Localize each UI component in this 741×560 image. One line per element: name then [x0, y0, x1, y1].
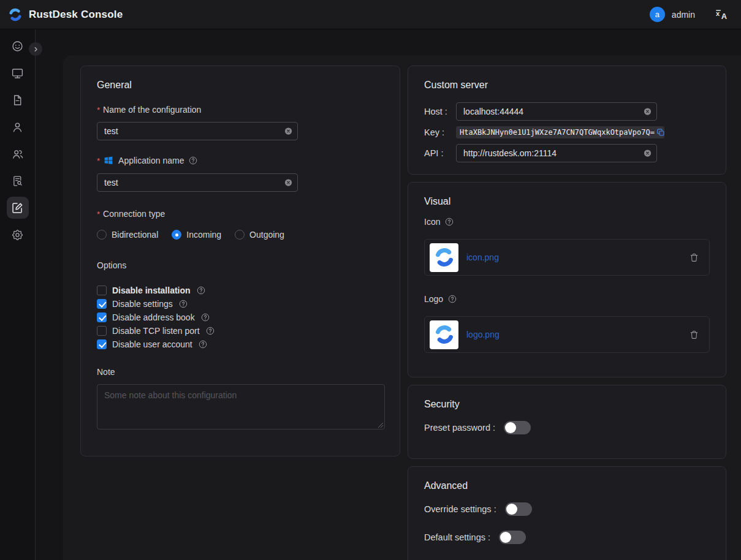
- app-name-label: Application name: [97, 155, 384, 166]
- note-textarea[interactable]: [97, 384, 385, 429]
- help-icon[interactable]: [200, 312, 210, 322]
- delete-logo-button[interactable]: [689, 330, 699, 340]
- clear-host-button[interactable]: [643, 107, 652, 116]
- avatar[interactable]: a: [650, 7, 665, 22]
- sidebar-item-document-search[interactable]: [7, 170, 29, 192]
- checkbox-box: [97, 312, 107, 322]
- clear-icon: [643, 107, 652, 116]
- help-icon[interactable]: [198, 339, 208, 349]
- help-icon[interactable]: [178, 299, 188, 309]
- key-value: HtaXBkJNHyn0e1U1jWXze7A7CN7QTGWqxkOtpaVp…: [460, 128, 655, 137]
- clear-icon: [284, 127, 293, 136]
- advanced-title: Advanced: [424, 480, 710, 491]
- checkbox-disable-user-account[interactable]: Disable user account: [97, 338, 384, 351]
- advanced-panel: Advanced Override settings : Default set…: [408, 466, 726, 560]
- config-name-field: [97, 122, 298, 140]
- clear-app-name-button[interactable]: [284, 178, 293, 187]
- connection-type-group: Bidirectional Incoming Outgoing: [97, 230, 384, 240]
- edit-icon: [11, 202, 24, 214]
- checkbox-box: [97, 339, 107, 349]
- sidebar-item-monitor[interactable]: [7, 62, 29, 84]
- content-card: General Name of the configuration: [63, 55, 741, 560]
- sidebar-item-document[interactable]: [7, 89, 29, 111]
- note-label: Note: [97, 367, 384, 377]
- smiley-icon: [11, 40, 24, 53]
- host-input[interactable]: [456, 102, 657, 121]
- radio-bidirectional[interactable]: Bidirectional: [97, 230, 158, 240]
- checkbox-box: [97, 286, 107, 295]
- help-icon[interactable]: [447, 294, 457, 304]
- icon-label: Icon: [424, 217, 710, 227]
- rustdesk-logo-icon: [433, 323, 456, 346]
- sidebar-expand-button[interactable]: [29, 42, 42, 56]
- api-label: API :: [424, 148, 456, 158]
- document-icon: [11, 94, 24, 107]
- host-field: [456, 102, 657, 121]
- logo-thumbnail: [430, 320, 458, 349]
- help-icon[interactable]: [205, 326, 215, 336]
- radio-incoming[interactable]: Incoming: [172, 230, 221, 240]
- users-group-icon: [11, 148, 24, 161]
- custom-server-title: Custom server: [424, 80, 710, 91]
- main-content: General Name of the configuration: [36, 29, 741, 560]
- security-title: Security: [424, 399, 710, 410]
- delete-icon-button[interactable]: [689, 252, 699, 263]
- icon-upload-row: icon.png: [424, 239, 710, 276]
- help-icon[interactable]: [188, 156, 198, 165]
- config-name-input[interactable]: [97, 122, 298, 140]
- checkbox-box: [97, 299, 107, 309]
- options-label: Options: [97, 260, 384, 270]
- user-icon: [11, 121, 24, 134]
- checkbox-disable-address-book[interactable]: Disable address book: [97, 311, 384, 324]
- translate-icon[interactable]: [715, 8, 729, 21]
- checkbox-box: [97, 326, 107, 336]
- radio-dot: [235, 230, 245, 240]
- api-input[interactable]: [456, 144, 657, 162]
- checkbox-disable-installation[interactable]: Disable installation: [97, 284, 384, 297]
- default-settings-toggle[interactable]: [499, 531, 526, 544]
- checkbox-disable-settings[interactable]: Disable settings: [97, 297, 384, 311]
- document-search-icon: [11, 175, 24, 187]
- clear-config-name-button[interactable]: [284, 127, 293, 136]
- logo-file-link[interactable]: logo.png: [466, 330, 500, 339]
- sidebar-item-user[interactable]: [7, 116, 29, 138]
- monitor-icon: [11, 67, 24, 80]
- default-settings-label: Default settings :: [424, 532, 490, 542]
- trash-icon: [689, 252, 699, 263]
- options-list: Disable installation Disable settings Di…: [97, 284, 384, 351]
- trash-icon: [689, 330, 699, 340]
- sidebar-item-users-group[interactable]: [7, 143, 29, 165]
- config-name-label: Name of the configuration: [97, 105, 384, 115]
- visual-title: Visual: [424, 196, 710, 207]
- preset-password-toggle[interactable]: [504, 421, 531, 434]
- sidebar-item-edit[interactable]: [7, 197, 29, 219]
- settings-gear-icon: [11, 229, 24, 241]
- radio-outgoing[interactable]: Outgoing: [235, 230, 284, 240]
- chevron-right-icon: [32, 45, 40, 53]
- sidebar-item-settings[interactable]: [7, 224, 29, 246]
- copy-key-button[interactable]: [656, 128, 665, 137]
- checkbox-disable-tcp-listen-port[interactable]: Disable TCP listen port: [97, 324, 384, 338]
- copy-icon: [656, 128, 665, 137]
- app-name-input[interactable]: [97, 173, 298, 192]
- sidebar: [0, 29, 36, 560]
- username[interactable]: admin: [672, 10, 695, 20]
- icon-file-link[interactable]: icon.png: [466, 252, 499, 262]
- general-title: General: [97, 80, 384, 91]
- logo-upload-row: logo.png: [424, 316, 710, 353]
- override-settings-label: Override settings :: [424, 504, 496, 514]
- override-settings-toggle[interactable]: [505, 502, 532, 516]
- rustdesk-logo-icon: [7, 7, 23, 23]
- clear-api-button[interactable]: [643, 149, 652, 158]
- clear-icon: [643, 149, 652, 158]
- windows-icon: [103, 155, 114, 166]
- sidebar-item-smiley[interactable]: [7, 35, 29, 57]
- app-title: RustDesk Console: [29, 9, 123, 21]
- top-bar: RustDesk Console a admin: [0, 0, 741, 29]
- help-icon[interactable]: [196, 286, 206, 295]
- clear-icon: [284, 178, 293, 187]
- custom-server-panel: Custom server Host : Key : H: [408, 66, 726, 175]
- help-icon[interactable]: [444, 217, 454, 227]
- radio-dot: [172, 230, 181, 240]
- api-field: [456, 144, 657, 162]
